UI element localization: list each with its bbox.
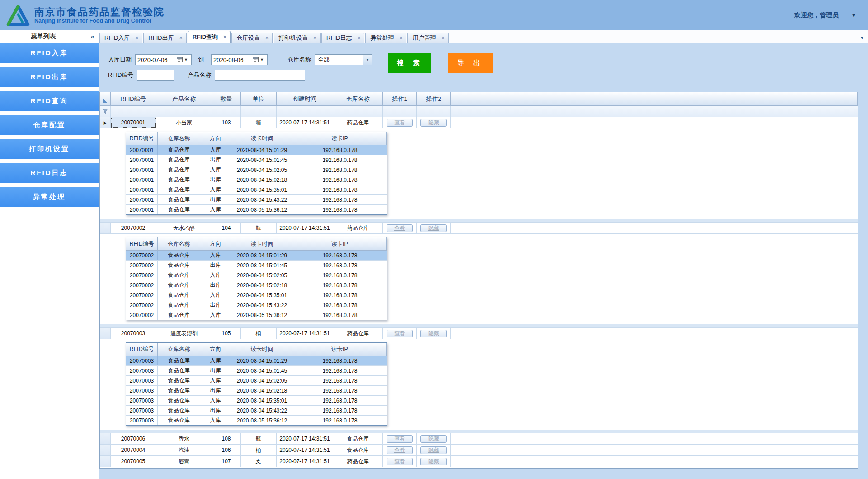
detail-row[interactable]: 20070001食品仓库入库2020-08-05 15:36:12192.168…	[126, 205, 387, 214]
detail-header-cell-5[interactable]: 读卡IP	[293, 132, 387, 145]
row-expander[interactable]	[100, 433, 111, 444]
detail-row[interactable]: 20070002食品仓库出库2020-08-04 15:43:22192.168…	[126, 300, 387, 310]
detail-header-cell-1[interactable]: RFID编号	[126, 343, 158, 356]
tab-printer-settings[interactable]: 打印机设置×	[274, 33, 321, 43]
detail-header-cell-1[interactable]: RFID编号	[126, 132, 158, 145]
detail-row[interactable]: 20070003食品仓库出库2020-08-04 15:01:45192.168…	[126, 366, 387, 376]
filter-row-icon-cell[interactable]	[100, 106, 111, 117]
tab-user-management[interactable]: 用户管理×	[407, 33, 448, 43]
tab-overflow-button[interactable]: ▼	[860, 35, 864, 40]
user-menu-caret-icon[interactable]: ▼	[851, 13, 856, 18]
detail-row[interactable]: 20070001食品仓库出库2020-08-04 15:01:45192.168…	[126, 155, 387, 165]
filter-cell-8[interactable]	[417, 106, 451, 117]
rfid-input[interactable]	[137, 70, 174, 81]
tab-close-icon[interactable]: ×	[357, 35, 360, 41]
detail-row[interactable]: 20070001食品仓库入库2020-08-04 15:02:05192.168…	[126, 165, 387, 175]
detail-row[interactable]: 20070002食品仓库入库2020-08-05 15:36:12192.168…	[126, 310, 387, 320]
detail-row[interactable]: 20070003食品仓库出库2020-08-04 15:02:18192.168…	[126, 386, 387, 396]
view-button[interactable]: 查看	[387, 224, 413, 232]
tab-rfid-in[interactable]: RFID入库×	[99, 33, 142, 43]
calendar-icon[interactable]	[177, 57, 183, 62]
sidebar-collapse-icon[interactable]: «	[87, 33, 99, 40]
hide-button[interactable]: 隐藏	[420, 224, 447, 232]
view-button[interactable]: 查看	[387, 435, 413, 443]
detail-row[interactable]: 20070003食品仓库出库2020-08-04 15:43:22192.168…	[126, 406, 387, 416]
detail-row[interactable]: 20070001食品仓库入库2020-08-04 15:35:01192.168…	[126, 185, 387, 195]
row-expander[interactable]	[100, 328, 111, 339]
tab-close-icon[interactable]: ×	[399, 35, 402, 41]
tab-close-icon[interactable]: ×	[313, 35, 316, 41]
detail-row[interactable]: 20070003食品仓库入库2020-08-05 15:36:12192.168…	[126, 416, 387, 425]
sidebar-item-exception[interactable]: 异常处理	[0, 187, 99, 207]
warehouse-select-caret-icon[interactable]: ▼	[363, 55, 372, 65]
export-button[interactable]: 导 出	[448, 53, 493, 73]
detail-header-cell-3[interactable]: 方向	[200, 132, 231, 145]
tab-close-icon[interactable]: ×	[223, 34, 226, 40]
detail-row[interactable]: 20070002食品仓库入库2020-08-04 15:02:05192.168…	[126, 270, 387, 280]
date-from-caret-icon[interactable]: ▼	[184, 57, 188, 62]
select-all-corner-cell[interactable]	[100, 92, 111, 105]
sidebar-item-rfid-query[interactable]: RFID查询	[0, 91, 99, 111]
sidebar-item-warehouse-config[interactable]: 仓库配置	[0, 115, 99, 135]
detail-header-cell-2[interactable]: 仓库名称	[158, 343, 200, 356]
sidebar-item-rfid-log[interactable]: RFID日志	[0, 163, 99, 183]
detail-header-cell-5[interactable]: 读卡IP	[293, 237, 387, 250]
detail-header-cell-2[interactable]: 仓库名称	[158, 237, 200, 250]
hide-button[interactable]: 隐藏	[420, 119, 447, 127]
warehouse-select[interactable]: 全部 ▼	[315, 54, 372, 65]
tab-close-icon[interactable]: ×	[265, 35, 269, 41]
product-input[interactable]	[215, 70, 305, 81]
detail-header-cell-1[interactable]: RFID编号	[126, 237, 158, 250]
grid-header-cell-8[interactable]: 操作2	[417, 92, 451, 105]
filter-cell-2[interactable]	[156, 106, 212, 117]
tab-close-icon[interactable]: ×	[135, 35, 138, 41]
date-from-picker[interactable]: ▼	[135, 54, 192, 65]
filter-cell-6[interactable]	[333, 106, 383, 117]
detail-row[interactable]: 20070003食品仓库入库2020-08-04 15:02:05192.168…	[126, 376, 387, 386]
row-expander[interactable]	[100, 223, 111, 233]
view-button[interactable]: 查看	[387, 119, 413, 127]
grid-header-cell-2[interactable]: 产品名称	[156, 92, 212, 105]
view-button[interactable]: 查看	[387, 458, 413, 465]
detail-header-cell-4[interactable]: 读卡时间	[231, 343, 293, 356]
filter-cell-1[interactable]	[111, 106, 156, 117]
filter-cell-7[interactable]	[383, 106, 417, 117]
row-expander[interactable]	[100, 445, 111, 455]
tab-exception[interactable]: 异常处理×	[365, 33, 406, 43]
detail-header-cell-4[interactable]: 读卡时间	[231, 132, 293, 145]
sidebar-item-rfid-in[interactable]: RFID入库	[0, 43, 99, 63]
grid-header-cell-4[interactable]: 单位	[241, 92, 277, 105]
row-expander[interactable]: ▶	[100, 117, 111, 128]
detail-row[interactable]: 20070001食品仓库入库2020-08-04 15:01:29192.168…	[126, 145, 387, 155]
row-expander[interactable]	[100, 456, 111, 467]
detail-row[interactable]: 20070002食品仓库入库2020-08-04 15:01:29192.168…	[126, 251, 387, 261]
detail-row[interactable]: 20070003食品仓库入库2020-08-04 15:01:29192.168…	[126, 356, 387, 366]
detail-header-cell-5[interactable]: 读卡IP	[293, 343, 387, 356]
filter-cell-4[interactable]	[241, 106, 277, 117]
detail-row[interactable]: 20070003食品仓库入库2020-08-04 15:35:01192.168…	[126, 396, 387, 406]
detail-row[interactable]: 20070002食品仓库出库2020-08-04 15:02:18192.168…	[126, 280, 387, 290]
tab-rfid-out[interactable]: RFID出库×	[143, 33, 186, 43]
grid-header-cell-7[interactable]: 操作1	[383, 92, 417, 105]
sidebar-item-rfid-out[interactable]: RFID出库	[0, 67, 99, 87]
view-button[interactable]: 查看	[387, 330, 413, 337]
detail-header-cell-4[interactable]: 读卡时间	[231, 237, 293, 250]
grid-header-cell-1[interactable]: RFID编号	[111, 92, 156, 105]
date-from-input[interactable]	[137, 56, 175, 64]
grid-header-cell-6[interactable]: 仓库名称	[333, 92, 383, 105]
hide-button[interactable]: 隐藏	[420, 446, 447, 454]
grid-header-cell-5[interactable]: 创建时间	[277, 92, 333, 105]
filter-cell-3[interactable]	[212, 106, 241, 117]
hide-button[interactable]: 隐藏	[420, 435, 447, 443]
date-to-caret-icon[interactable]: ▼	[260, 57, 264, 62]
detail-row[interactable]: 20070001食品仓库出库2020-08-04 15:02:18192.168…	[126, 175, 387, 185]
detail-header-cell-2[interactable]: 仓库名称	[158, 132, 200, 145]
hide-button[interactable]: 隐藏	[420, 330, 447, 337]
tab-close-icon[interactable]: ×	[441, 35, 444, 41]
filter-cell-5[interactable]	[277, 106, 333, 117]
tab-warehouse-settings[interactable]: 仓库设置×	[231, 33, 273, 43]
detail-row[interactable]: 20070001食品仓库出库2020-08-04 15:43:22192.168…	[126, 195, 387, 205]
tab-rfid-query[interactable]: RFID查询×	[188, 31, 231, 43]
date-to-input[interactable]	[212, 56, 251, 64]
detail-header-cell-3[interactable]: 方向	[200, 343, 231, 356]
